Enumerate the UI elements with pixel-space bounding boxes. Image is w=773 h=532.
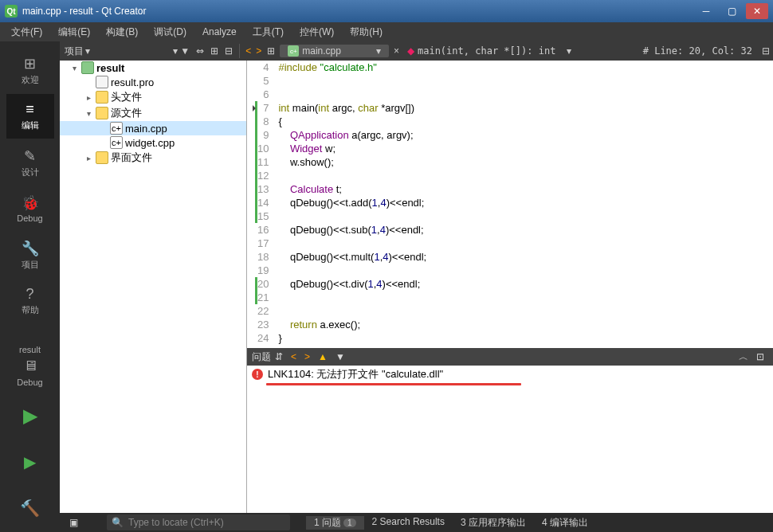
kit-selector[interactable]: result 🖥 Debug [6,345,54,387]
close-panel-icon[interactable]: ⊡ [752,351,768,362]
panel-toggle-icon[interactable]: ▣ [65,517,83,528]
output-tab[interactable]: 3 应用程序输出 [453,516,534,530]
mode-欢迎[interactable]: ⊞欢迎 [6,48,54,92]
menu-item[interactable]: 文件(F) [3,24,50,41]
issues-header: 问题 ⇵ < > ▲ ▼ ︿ ⊡ [247,348,773,366]
split-right-icon[interactable]: ⊟ [759,44,773,58]
mode-设计[interactable]: ✎设计 [6,140,54,185]
menubar: 文件(F)编辑(E)构建(B)调试(D)Analyze工具(T)控件(W)帮助(… [0,22,773,41]
debug-run-button[interactable]: ▶ [6,440,54,484]
tree-item[interactable]: c+widget.cpp [60,135,246,150]
add-icon[interactable]: ⊞ [207,44,222,58]
tree-item[interactable]: result.pro [60,75,246,89]
project-tree[interactable]: ▾ result result.pro▸头文件▾源文件c+main.cppc+w… [60,61,247,513]
close-file-icon[interactable]: × [390,44,402,58]
mode-Debug[interactable]: 🐞Debug [6,186,54,231]
output-tab[interactable]: 1 问题1 [306,516,364,530]
close-button[interactable]: ✕ [746,3,768,19]
filter-icon[interactable]: ▾ ▼ [170,44,193,58]
file-selector[interactable]: c+ main.cpp ▾ [280,45,389,57]
app-icon: Qt [5,5,18,18]
nav-fwd-icon[interactable]: > [253,45,264,57]
prev-issue-icon[interactable]: < [287,351,300,362]
cpp-file-icon: c+ [288,45,299,57]
function-icon: ◆ [407,45,414,57]
menu-item[interactable]: 调试(D) [146,24,194,41]
filter-icon[interactable]: ▼ [332,351,349,362]
menu-item[interactable]: 编辑(E) [50,24,98,41]
menu-item[interactable]: Analyze [194,25,245,39]
mode-项目[interactable]: 🔧项目 [6,233,54,277]
link-icon[interactable]: ⇔ [193,44,207,58]
cursor-position: # Line: 20, Col: 32 [637,45,759,57]
error-icon: ! [252,369,263,380]
output-tab[interactable]: 2 Search Results [364,516,453,530]
window-titlebar: Qt main.cpp - result - Qt Creator ─ ▢ ✕ [0,0,773,22]
output-tabs-bar: ▣ 🔍 Type to locate (Ctrl+K) 1 问题12 Searc… [60,513,773,532]
split-icon[interactable]: ⊟ [222,44,236,58]
tree-item[interactable]: ▸头文件 [60,89,246,105]
dropdown-icon: ▾ [376,45,381,57]
dropdown-icon: ▾ [85,45,90,57]
menu-item[interactable]: 控件(W) [292,24,342,41]
annotation-underline [266,383,521,385]
tree-item[interactable]: c+main.cpp [60,121,246,135]
monitor-icon: 🖥 [23,358,37,374]
tree-item[interactable]: ▾ result [60,61,246,75]
menu-item[interactable]: 帮助(H) [342,24,390,41]
window-title: main.cpp - result - Qt Creator [22,6,695,17]
nav-back-icon[interactable]: < [243,45,253,57]
symbol-selector[interactable]: ◆ main(int, char *[]): int ▾ [407,45,571,57]
tree-item[interactable]: ▸界面文件 [60,150,246,166]
project-dropdown[interactable]: 项目 [65,45,84,58]
collapse-icon[interactable]: ︿ [735,350,752,364]
dropdown-icon: ▾ [567,45,571,57]
search-icon: 🔍 [112,517,124,528]
issues-list[interactable]: ! LNK1104: 无法打开文件 "calculate.dll" [247,366,773,513]
mode-bar: ⊞欢迎≡编辑✎设计🐞Debug🔧项目?帮助 result 🖥 Debug ▶ ▶… [0,41,60,532]
output-tab[interactable]: 4 编译输出 [534,516,596,530]
minimize-button[interactable]: ─ [695,3,717,19]
menu-item[interactable]: 工具(T) [245,24,292,41]
code-editor[interactable]: 45678910111213141516171819202122232425 #… [247,61,773,348]
editor-toolbar: 项目 ▾ ▾ ▼ ⇔ ⊞ ⊟ < > ⊞ c+ main.cpp ▾ × [60,41,773,61]
run-button[interactable]: ▶ [6,393,54,438]
mode-编辑[interactable]: ≡编辑 [6,94,54,139]
issue-row[interactable]: ! LNK1104: 无法打开文件 "calculate.dll" [247,366,773,383]
menu-item[interactable]: 构建(B) [98,24,146,41]
bookmark-icon[interactable]: ⊞ [264,44,278,58]
locator-input[interactable]: 🔍 Type to locate (Ctrl+K) [107,514,290,530]
build-button[interactable]: 🔨 [6,486,54,530]
next-issue-icon[interactable]: > [300,351,314,362]
mode-帮助[interactable]: ?帮助 [6,279,54,323]
maximize-button[interactable]: ▢ [720,3,743,19]
filter-icon[interactable]: ⇵ [271,351,287,362]
tree-item[interactable]: ▾源文件 [60,105,246,121]
warning-icon[interactable]: ▲ [314,351,332,362]
